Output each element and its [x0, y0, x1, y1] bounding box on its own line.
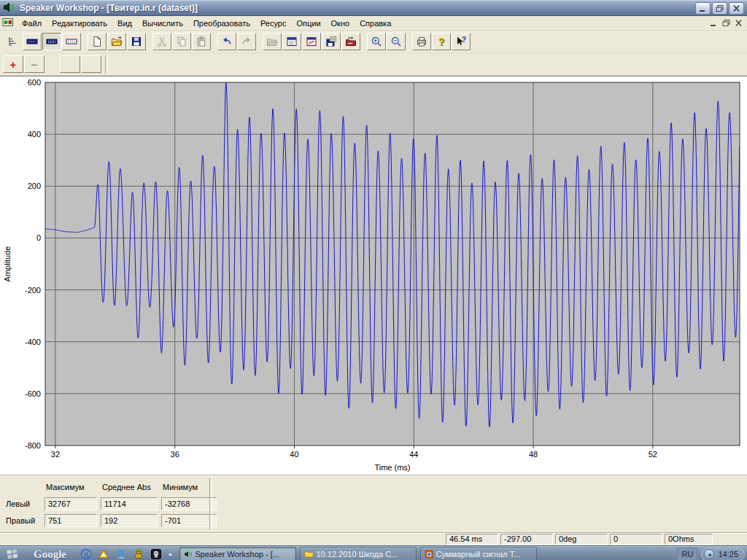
dataset-cells-button[interactable] [62, 33, 81, 50]
quicklaunch-triangle-app-icon[interactable] [96, 548, 110, 560]
child-restore-button[interactable] [720, 18, 732, 28]
cut-icon [156, 36, 168, 47]
quicklaunch-internet-explorer-icon[interactable]: e [79, 548, 93, 560]
status-cursor-time: 46.54 ms [446, 534, 498, 545]
menu-item-transform[interactable]: Преобразовать [188, 18, 255, 29]
windows-flag-icon [5, 548, 20, 560]
remove-icon: − [31, 59, 38, 70]
add-point-button[interactable]: + [3, 55, 23, 73]
menu-item-file[interactable]: Файл [17, 18, 47, 29]
svg-text:40: 40 [290, 450, 298, 459]
menu-item-help[interactable]: Справка [355, 18, 396, 29]
context-help-button[interactable]: ? [452, 33, 471, 50]
child-close-button[interactable] [732, 18, 745, 28]
google-toolbar-logo[interactable]: Google [34, 548, 66, 560]
svg-text:-600: -600 [25, 389, 41, 398]
cut-button[interactable] [152, 33, 171, 50]
task-label: Суммарный сигнал Т... [436, 550, 521, 559]
task-summary-signal[interactable]: Суммарный сигнал Т... [420, 547, 537, 560]
menu-item-resource[interactable]: Ресурс [255, 18, 291, 29]
redo-button[interactable] [237, 33, 256, 50]
copy-icon [176, 36, 187, 47]
main-toolbar: ? ? [0, 31, 747, 53]
svg-text:Amplitude: Amplitude [3, 246, 12, 282]
menu-item-options[interactable]: Опции [291, 18, 325, 29]
save-icon [131, 36, 142, 47]
task-folder-shkoda[interactable]: 10.12.2010 Шкода С... [300, 547, 417, 560]
edit-toolbar: + − [0, 53, 747, 76]
menu-bar: Файл Редактировать Вид Вычислить Преобра… [0, 16, 747, 31]
task-speaker-icon [184, 550, 193, 559]
tray-collapse-icon[interactable]: ◂ [704, 549, 714, 559]
waveform-chart[interactable]: 3236404448526004002000-200-400-600-800Ti… [0, 76, 747, 475]
quicklaunch-overflow-icon[interactable]: ▸ [169, 551, 173, 558]
export-button[interactable] [341, 33, 360, 50]
chart-button[interactable] [302, 33, 321, 50]
quicklaunch-messenger-icon[interactable] [114, 548, 128, 560]
svg-text:600: 600 [28, 78, 41, 87]
speaker-workshop-window: Speaker Workshop - [Твитер.in.r (dataset… [0, 0, 747, 560]
quicklaunch-robot-icon[interactable] [131, 548, 145, 560]
menu-item-view[interactable]: Вид [112, 18, 137, 29]
save-table-button[interactable] [322, 33, 341, 50]
save-table-icon [325, 36, 337, 47]
undo-button[interactable] [217, 33, 236, 50]
svg-text:44: 44 [409, 450, 418, 459]
start-button[interactable] [2, 548, 24, 560]
sort-tree-button[interactable] [3, 33, 22, 50]
blank-button-1[interactable] [60, 55, 80, 73]
paste-button[interactable] [192, 33, 211, 50]
undo-icon [221, 36, 233, 47]
right-minimum-value: -701 [161, 514, 217, 527]
save-button[interactable] [127, 33, 146, 50]
new-button[interactable] [88, 33, 107, 50]
stats-col-maximum: Максимум [44, 483, 97, 491]
right-maximum-value: 751 [44, 514, 97, 527]
svg-text:36: 36 [171, 450, 179, 459]
properties-window-icon [286, 36, 298, 47]
print-icon [416, 36, 427, 47]
left-maximum-value: 32767 [44, 497, 97, 510]
task-folder-icon [304, 550, 314, 559]
chart-window-icon [306, 36, 317, 47]
zoom-out-button[interactable] [387, 33, 406, 50]
dataset-bar-active-icon [46, 36, 58, 47]
language-indicator[interactable]: RU [677, 548, 697, 560]
dataset-view-active-button[interactable] [42, 33, 61, 50]
svg-text:e: e [84, 551, 88, 559]
open-button[interactable] [107, 33, 126, 50]
quicklaunch-media-player-icon[interactable] [149, 548, 163, 560]
redo-icon [241, 36, 252, 47]
properties-button[interactable] [282, 33, 301, 50]
close-button[interactable] [729, 2, 744, 15]
menu-item-edit[interactable]: Редактировать [47, 18, 112, 29]
chart-canvas[interactable]: 3236404448526004002000-200-400-600-800Ti… [0, 77, 747, 475]
restore-button[interactable] [712, 2, 727, 15]
print-button[interactable] [412, 33, 431, 50]
help-button[interactable]: ? [432, 33, 451, 50]
import-button[interactable] [263, 33, 282, 50]
remove-point-button[interactable]: − [24, 55, 44, 73]
menu-item-window[interactable]: Окно [326, 18, 355, 29]
export-folder-icon [345, 36, 357, 47]
dataset-view-button[interactable] [23, 33, 42, 50]
blank-button-2[interactable] [81, 55, 101, 73]
minimize-button[interactable] [695, 2, 711, 15]
stats-col-average-abs: Среднее Abs [101, 483, 158, 491]
zoom-in-button[interactable] [367, 33, 386, 50]
clock: 14:25 [718, 550, 738, 559]
dataset-bar-icon [26, 36, 38, 47]
task-chart-app-icon [425, 550, 433, 559]
task-speaker-workshop[interactable]: Speaker Workshop - [... [179, 547, 296, 560]
app-speaker-icon [3, 1, 15, 15]
child-minimize-button[interactable] [708, 18, 720, 28]
title-bar: Speaker Workshop - [Твитер.in.r (dataset… [0, 0, 747, 16]
help-icon: ? [438, 36, 445, 47]
copy-button[interactable] [172, 33, 191, 50]
status-cursor-amplitude: -297.00 [500, 534, 553, 545]
svg-text:32: 32 [51, 450, 60, 459]
sort-tree-icon [7, 36, 18, 47]
menu-item-calculate[interactable]: Вычислить [137, 18, 188, 29]
open-folder-icon [111, 36, 123, 47]
dataset-cells-icon [66, 36, 77, 47]
